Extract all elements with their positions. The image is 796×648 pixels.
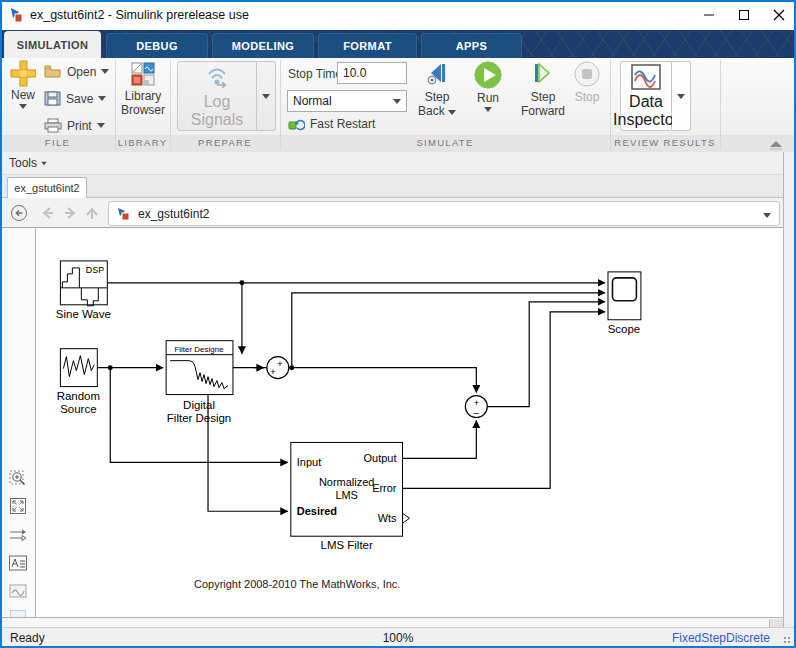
model-canvas[interactable]: DSP Sine Wave Random Source Filter Desig…	[37, 228, 783, 617]
review-section-label: REVIEW RESULTS	[610, 137, 720, 151]
status-bar: Ready 100% FixedStepDiscrete	[0, 627, 796, 646]
address-dropdown[interactable]	[763, 207, 771, 221]
step-back-button[interactable]: Step Back	[414, 60, 460, 118]
digital-filter-design-block[interactable]: Filter Designe Digital Filter Design	[166, 341, 233, 424]
tab-apps[interactable]: APPS	[421, 33, 522, 58]
tab-simulation[interactable]: SIMULATION	[4, 31, 101, 58]
caret-down-icon	[101, 69, 109, 74]
model-address-bar[interactable]: ex_gstut6int2	[108, 201, 780, 226]
stop-time-label: Stop Time	[288, 67, 342, 81]
sum-block-2[interactable]: + −	[465, 396, 487, 419]
fast-restart-toggle[interactable]: Fast Restart	[288, 117, 375, 131]
port-label: Desired	[297, 505, 337, 517]
file-section-label: FILE	[0, 137, 115, 151]
block-label: Random	[57, 390, 100, 402]
new-plus-icon	[10, 60, 36, 88]
window-title: ex_gstut6int2 - Simulink prerelease use	[30, 8, 249, 22]
title-bar: ex_gstut6int2 - Simulink prerelease use	[0, 0, 796, 30]
log-signals-button[interactable]: Log Signals	[177, 61, 257, 131]
tab-modeling[interactable]: MODELING	[212, 33, 314, 58]
minimize-button[interactable]	[692, 0, 726, 30]
dsp-badge: DSP	[86, 265, 104, 275]
print-icon	[44, 118, 62, 133]
sum-sign: −	[473, 408, 479, 419]
log-signals-icon	[202, 64, 232, 90]
filter-header: Filter Designe	[174, 345, 224, 354]
open-folder-icon	[44, 64, 62, 79]
horizontal-scrollbar[interactable]	[0, 617, 783, 627]
caret-down-icon	[393, 99, 401, 104]
caret-down-icon	[677, 94, 685, 99]
signal-routing-icon[interactable]	[8, 525, 28, 545]
port-label: Output	[364, 452, 397, 464]
simulation-mode-select[interactable]: Normal	[287, 90, 407, 112]
data-inspector-caret[interactable]	[672, 61, 691, 131]
port-label: Wts	[378, 512, 397, 524]
save-button[interactable]: Save	[44, 91, 106, 106]
sine-wave-block[interactable]: DSP Sine Wave	[56, 261, 111, 320]
block-label: Filter Design	[167, 412, 231, 424]
open-button[interactable]: Open	[44, 64, 109, 79]
simulink-window: ex_gstut6int2 - Simulink prerelease use …	[0, 0, 796, 648]
ribbon-toolbar: New Open Save Pri	[0, 58, 796, 152]
data-inspector-button[interactable]: Data Inspector	[620, 61, 672, 131]
ribbon-tab-strip: SIMULATION DEBUG MODELING FORMAT APPS	[0, 30, 796, 58]
prepare-section-label: PREPARE	[170, 137, 280, 151]
fast-restart-icon	[288, 118, 305, 131]
resize-grip[interactable]	[783, 636, 791, 644]
block-label: Digital	[183, 399, 215, 411]
tab-format[interactable]: FORMAT	[318, 33, 417, 58]
step-forward-icon	[529, 60, 557, 88]
block-center-label: LMS	[335, 489, 358, 501]
wts-open-port	[403, 513, 410, 523]
random-source-block[interactable]: Random Source	[57, 349, 100, 415]
stop-time-input[interactable]: 10.0	[337, 62, 407, 84]
stop-icon	[573, 60, 601, 88]
caret-down-icon	[262, 94, 270, 99]
sum-sign: +	[277, 358, 283, 369]
library-browser-icon	[131, 62, 155, 86]
block-center-label: Normalized	[319, 476, 374, 488]
caret-down-icon	[448, 110, 456, 115]
document-tab[interactable]: ex_gstut6int2	[7, 177, 87, 198]
close-button[interactable]	[762, 0, 796, 30]
new-button[interactable]: New	[6, 60, 40, 109]
sum-block-1[interactable]: + +	[267, 357, 289, 379]
caret-down-icon	[41, 161, 47, 165]
tools-menubar: Tools	[0, 152, 796, 175]
simulink-app-icon	[8, 6, 26, 28]
log-signals-caret[interactable]	[257, 61, 276, 131]
hide-explorer-bar-button[interactable]	[10, 204, 28, 226]
print-button[interactable]: Print	[44, 118, 105, 133]
library-browser-button[interactable]: Library Browser	[119, 62, 167, 117]
sum-sign: +	[473, 397, 479, 408]
lms-filter-block[interactable]: Input Desired Output Error Wts Normalize…	[291, 442, 410, 551]
fit-to-view-icon[interactable]	[8, 496, 28, 516]
solver-link[interactable]: FixedStepDiscrete	[672, 631, 770, 645]
annotation-icon[interactable]	[8, 553, 28, 573]
stop-button: Stop	[570, 60, 604, 104]
data-inspector-icon	[629, 63, 663, 91]
model-badge-icon	[116, 206, 132, 222]
right-margin	[783, 152, 796, 627]
caret-down-icon	[484, 107, 492, 112]
block-label: Source	[60, 403, 96, 415]
block-label: Sine Wave	[56, 308, 111, 320]
block-diagram: DSP Sine Wave Random Source Filter Desig…	[37, 228, 783, 617]
zoom-region-icon[interactable]	[8, 468, 28, 488]
block-label: Scope	[608, 323, 641, 335]
navigation-bar: ex_gstut6int2	[0, 198, 796, 228]
back-button	[40, 206, 56, 224]
document-tab-bar: ex_gstut6int2	[0, 175, 796, 198]
step-forward-button[interactable]: Step Forward	[518, 60, 568, 118]
maximize-button[interactable]	[727, 0, 761, 30]
scope-block[interactable]: Scope	[608, 272, 641, 335]
forward-button	[62, 206, 78, 224]
tab-debug[interactable]: DEBUG	[106, 33, 208, 58]
port-label: Error	[372, 482, 397, 494]
run-button[interactable]: Run	[466, 60, 510, 112]
canvas-tool-palette	[0, 228, 36, 617]
port-label: Input	[297, 456, 321, 468]
breadcrumb-model-name: ex_gstut6int2	[138, 207, 209, 221]
tools-menu[interactable]: Tools	[9, 156, 37, 170]
